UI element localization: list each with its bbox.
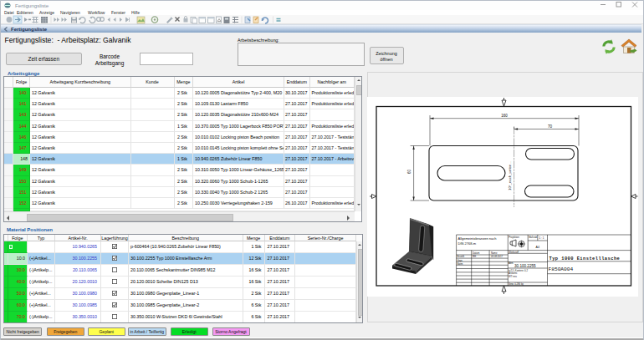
svg-text:Werkstoff: Werkstoff bbox=[509, 251, 519, 254]
svg-text:RH: RH bbox=[473, 255, 476, 258]
svg-text:DIN 2768-m: DIN 2768-m bbox=[458, 241, 477, 246]
svg-text:70: 70 bbox=[548, 124, 553, 129]
svg-text:Name: Name bbox=[491, 251, 498, 255]
svg-text:10°_nach_unten...: 10°_nach_unten... bbox=[508, 161, 512, 190]
svg-text:30.100.2255: 30.100.2255 bbox=[514, 264, 536, 268]
svg-text:A4: A4 bbox=[536, 246, 539, 249]
svg-text:Projektion: Projektion bbox=[509, 236, 519, 239]
svg-text:Maßstab: Maßstab bbox=[529, 236, 538, 239]
svg-text:Abm.: Abm. bbox=[509, 261, 514, 265]
svg-text:Datum: Datum bbox=[473, 251, 480, 255]
svg-text:Allgemeintoleranzen nach: Allgemeintoleranzen nach bbox=[458, 236, 497, 241]
svg-text:F850A004: F850A004 bbox=[549, 266, 574, 272]
svg-text:Norm: Norm bbox=[457, 262, 464, 266]
svg-text:Gew. 0,286 kg: Gew. 0,286 kg bbox=[509, 282, 524, 286]
svg-text:60: 60 bbox=[407, 169, 411, 174]
svg-text:03.08.2017: 03.08.2017 bbox=[491, 255, 503, 258]
svg-text:160: 160 bbox=[501, 114, 508, 118]
svg-text:1 : 1: 1 : 1 bbox=[539, 236, 544, 240]
svg-text:Typ 1000 Einstelllasche: Typ 1000 Einstelllasche bbox=[549, 256, 621, 261]
svg-text:WT neu: WT neu bbox=[509, 275, 517, 278]
